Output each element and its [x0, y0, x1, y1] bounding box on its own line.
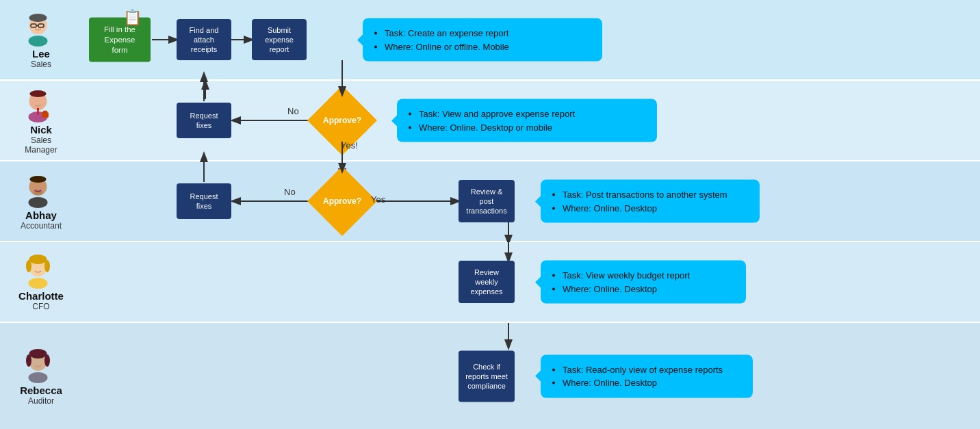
callout-rebecca: Task: Read-only view of expense reports …: [541, 354, 753, 398]
arrows-rebecca: [75, 323, 980, 429]
callout-abhay: Task: Post transactions to another syste…: [541, 180, 760, 223]
actor-lee-name: Lee: [14, 48, 68, 60]
avatar-rebecca: [19, 347, 57, 385]
svg-rect-10: [43, 111, 47, 113]
avatar-charlotte: [19, 252, 57, 290]
callout-lee-bullet2: Where: Online or offline. Mobile: [385, 40, 591, 53]
svg-point-26: [29, 255, 47, 264]
flow-area-rebecca: Check if reports meet compliance Task: R…: [75, 323, 980, 429]
flow-area-nick: Request fixes No Approve? Yes! Task: Vie…: [75, 80, 980, 161]
actor-nick: Nick Sales Manager: [0, 83, 75, 158]
svg-point-28: [44, 260, 50, 272]
actor-abhay-name: Abhay: [14, 209, 68, 221]
svg-point-27: [26, 260, 31, 272]
actor-charlotte-role: CFO: [14, 302, 68, 311]
actor-charlotte: Charlotte CFO: [0, 249, 75, 315]
flow-area-abhay: Request fixes No Approve? Yes Review & p…: [75, 161, 980, 242]
callout-charlotte: Task: View weekly budget report Where: O…: [541, 261, 746, 304]
actor-rebecca: Rebecca Auditor: [0, 343, 75, 409]
avatar-abhay: [19, 172, 57, 209]
svg-point-32: [29, 349, 47, 359]
no-label-nick: No: [287, 106, 299, 116]
box-request-fixes-nick[interactable]: Request fixes: [177, 103, 231, 138]
callout-nick: Task: View and approve expense report Wh…: [397, 99, 657, 142]
svg-point-34: [44, 354, 50, 367]
swimlane-rebecca: Rebecca Auditor Check if reports meet co…: [0, 323, 980, 429]
actor-nick-info: Nick Sales Manager: [14, 124, 68, 155]
svg-point-33: [26, 354, 31, 367]
actor-rebecca-name: Rebecca: [14, 385, 68, 396]
actor-nick-name: Nick: [14, 124, 68, 135]
callout-rebecca-bullet2: Where: Online. Desktop: [563, 376, 742, 390]
callout-rebecca-bullet1: Task: Read-only view of expense reports: [563, 363, 742, 376]
actor-abhay-role: Accountant: [14, 221, 68, 231]
avatar-lee: [19, 10, 57, 48]
arrows-charlotte: [75, 242, 980, 322]
receipt-icon: 📋: [123, 9, 142, 27]
callout-charlotte-bullet2: Where: Online. Desktop: [563, 282, 735, 296]
box-request-fixes-abhay[interactable]: Request fixes: [177, 183, 231, 219]
svg-point-2: [29, 14, 47, 22]
swimlane-abhay: Abhay Accountant: [0, 161, 980, 242]
actor-lee-role: Sales: [14, 60, 68, 69]
actor-lee-info: Lee Sales: [14, 48, 68, 69]
flow-area-charlotte: Review weekly expenses Task: View weekly…: [75, 242, 980, 322]
actor-nick-role: Sales Manager: [14, 135, 68, 155]
diamond-nick[interactable]: Approve?: [318, 96, 367, 145]
yes-label-abhay: Yes: [371, 194, 385, 205]
svg-point-24: [28, 278, 47, 289]
swimlane-charlotte: Charlotte CFO Review weekly expenses: [0, 242, 980, 323]
yes-label-nick: Yes!: [341, 140, 358, 151]
actor-charlotte-info: Charlotte CFO: [14, 290, 68, 311]
callout-abhay-bullet2: Where: Online. Desktop: [563, 201, 749, 215]
actor-rebecca-info: Rebecca Auditor: [14, 385, 68, 406]
swimlane-nick: Nick Sales Manager Request fixes: [0, 81, 980, 161]
svg-point-19: [33, 190, 42, 195]
actor-abhay-info: Abhay Accountant: [14, 209, 68, 231]
diamond-shape-abhay: [307, 166, 377, 236]
actor-abhay: Abhay Accountant: [0, 168, 75, 234]
callout-lee: Task: Create an expense report Where: On…: [363, 18, 602, 62]
swimlane-lee: Lee Sales Fill in the Expense form 📋: [0, 0, 980, 81]
callout-nick-bullet2: Where: Online. Desktop or mobile: [419, 120, 646, 134]
svg-point-0: [28, 36, 47, 47]
box-review-post[interactable]: Review & post transactions: [459, 180, 515, 222]
callout-abhay-bullet1: Task: Post transactions to another syste…: [563, 188, 749, 202]
callout-lee-bullet1: Task: Create an expense report: [385, 27, 591, 40]
svg-point-16: [28, 197, 47, 208]
diamond-abhay[interactable]: Approve?: [318, 177, 367, 226]
svg-point-12: [29, 90, 46, 97]
actor-rebecca-role: Auditor: [14, 396, 68, 406]
box-check-compliance[interactable]: Check if reports meet compliance: [459, 350, 515, 402]
no-label-abhay: No: [284, 187, 296, 197]
actor-charlotte-name: Charlotte: [14, 290, 68, 302]
flow-area-lee: Fill in the Expense form 📋 Find and: [75, 0, 980, 80]
box-submit-expense[interactable]: Submit expense report: [252, 19, 307, 60]
svg-point-30: [28, 372, 47, 383]
svg-point-18: [29, 176, 46, 183]
actor-lee: Lee Sales: [0, 7, 75, 73]
avatar-nick: [19, 86, 57, 124]
callout-charlotte-bullet1: Task: View weekly budget report: [563, 269, 735, 283]
box-review-weekly[interactable]: Review weekly expenses: [459, 261, 515, 303]
callout-nick-bullet1: Task: View and approve expense report: [419, 107, 646, 121]
box-find-attach[interactable]: Find and attach receipts: [177, 19, 231, 60]
